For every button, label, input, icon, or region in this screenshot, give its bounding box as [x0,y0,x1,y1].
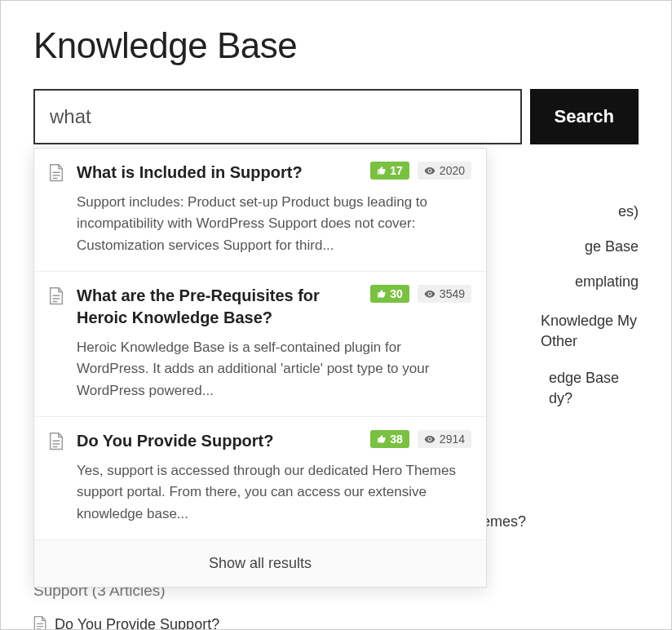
article-link[interactable]: Do You Provide Support? [33,614,320,630]
result-title: Do You Provide Support? [77,430,362,452]
thumbs-up-icon [377,289,387,299]
article-link-label: ge Base [585,237,639,257]
document-icon [49,287,64,305]
search-input[interactable] [33,89,522,144]
view-badge: 2914 [418,430,471,448]
upvote-badge: 38 [370,430,409,448]
search-result-item[interactable]: Do You Provide Support? 38 2914 Yes, sup… [34,417,486,540]
document-icon [33,616,46,630]
view-count: 2020 [440,164,465,177]
eye-icon [424,288,435,299]
result-excerpt: Heroic Knowledge Base is a self-containe… [77,337,471,402]
article-link-label: es) [618,202,639,222]
upvote-badge: 17 [370,162,409,180]
search-button[interactable]: Search [530,89,639,144]
upvote-count: 30 [390,287,403,300]
view-badge: 3549 [418,285,471,303]
document-icon [49,164,64,182]
thumbs-up-icon [377,166,387,175]
view-badge: 2020 [418,162,471,180]
article-link-label: Knowledge My Other [541,311,639,352]
search-row: Search What is Included in Support? 17 [33,89,639,144]
result-title: What is Included in Support? [77,162,362,184]
article-link-label: emplating [575,272,639,292]
thumbs-up-icon [377,434,387,444]
document-icon [49,433,64,450]
upvote-badge: 30 [370,285,409,303]
search-results-dropdown: What is Included in Support? 17 2020 Sup… [33,148,487,588]
page-title: Knowledge Base [33,25,639,66]
result-excerpt: Support includes: Product set-up Product… [77,192,471,256]
view-count: 2914 [440,433,465,446]
show-all-results[interactable]: Show all results [34,540,486,587]
view-count: 3549 [440,287,465,300]
result-title: What are the Pre-Requisites for Heroic K… [77,285,362,329]
eye-icon [424,165,435,176]
article-link-label: Do You Provide Support? [55,614,219,630]
search-result-item[interactable]: What are the Pre-Requisites for Heroic K… [34,272,486,417]
search-result-item[interactable]: What is Included in Support? 17 2020 Sup… [34,149,486,272]
article-link-label: edge Base dy? [549,368,639,409]
eye-icon [424,433,435,445]
result-excerpt: Yes, support is accessed through our ded… [77,460,471,525]
upvote-count: 38 [390,433,403,446]
upvote-count: 17 [390,164,403,177]
